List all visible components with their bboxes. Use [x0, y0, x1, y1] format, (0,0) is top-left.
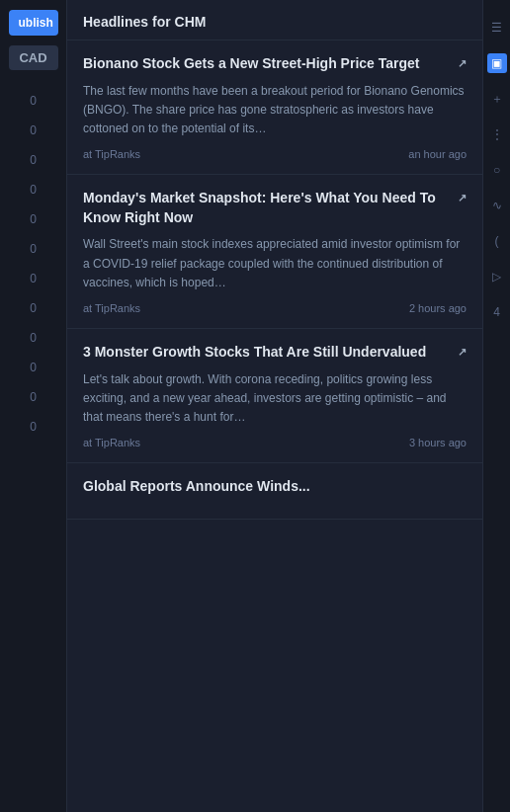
sidebar-number-1: 0	[30, 94, 37, 108]
right-icon-number[interactable]: 4	[487, 302, 507, 322]
sidebar-number-3: 0	[30, 153, 37, 167]
right-icon-paren[interactable]: (	[487, 231, 507, 251]
article-2-external-link-icon[interactable]: ↗	[458, 191, 467, 205]
article-1[interactable]: Bionano Stock Gets a New Street-High Pri…	[67, 41, 482, 175]
publish-label: ublish	[19, 16, 53, 30]
sidebar-number-8: 0	[30, 301, 37, 315]
article-3[interactable]: 3 Monster Growth Stocks That Are Still U…	[67, 329, 482, 463]
article-1-title: Bionano Stock Gets a New Street-High Pri…	[83, 54, 454, 74]
right-icon-play[interactable]: ▷	[487, 267, 507, 286]
article-1-title-container: Bionano Stock Gets a New Street-High Pri…	[83, 54, 467, 74]
sidebar-number-9: 0	[30, 331, 37, 345]
article-2-title-container: Monday's Market Snapshot: Here's What Yo…	[83, 189, 467, 227]
sidebar-number-12: 0	[30, 420, 37, 434]
right-icon-menu[interactable]: ☰	[487, 18, 507, 38]
article-3-title-container: 3 Monster Growth Stocks That Are Still U…	[83, 343, 467, 363]
left-sidebar: ublish CAD 0 0 0 0 0 0 0 0 0 0 0 0	[0, 0, 67, 812]
sidebar-number-11: 0	[30, 390, 37, 404]
article-1-summary: The last few months have been a breakout…	[83, 82, 467, 139]
right-icon-grid[interactable]: ⋮	[487, 124, 507, 144]
article-3-time: 3 hours ago	[409, 437, 467, 448]
right-icon-circle[interactable]: ○	[487, 160, 507, 180]
article-2[interactable]: Monday's Market Snapshot: Here's What Yo…	[67, 175, 482, 329]
article-4-title: Global Reports Announce Winds...	[83, 477, 467, 497]
sidebar-number-4: 0	[30, 183, 37, 197]
sidebar-number-5: 0	[30, 212, 37, 226]
article-3-title: 3 Monster Growth Stocks That Are Still U…	[83, 343, 454, 363]
section-header: Headlines for CHM	[67, 0, 482, 41]
news-feed: Headlines for CHM Bionano Stock Gets a N…	[67, 0, 482, 812]
right-icon-add[interactable]: ＋	[487, 89, 507, 109]
article-3-external-link-icon[interactable]: ↗	[458, 345, 467, 360]
sidebar-number-6: 0	[30, 242, 37, 256]
section-title: Headlines for CHM	[83, 14, 206, 30]
article-1-meta: at TipRanks an hour ago	[83, 148, 467, 160]
article-3-source: at TipRanks	[83, 437, 140, 448]
right-sidebar: ☰ ▣ ＋ ⋮ ○ ∿ ( ▷ 4	[482, 0, 510, 812]
article-1-source: at TipRanks	[83, 148, 140, 160]
article-1-external-link-icon[interactable]: ↗	[458, 56, 467, 71]
publish-button[interactable]: ublish	[9, 10, 58, 36]
sidebar-number-2: 0	[30, 123, 37, 137]
article-3-summary: Let's talk about growth. With corona rec…	[83, 370, 467, 428]
cad-badge: CAD	[9, 45, 58, 70]
article-2-source: at TipRanks	[83, 302, 140, 314]
article-2-meta: at TipRanks 2 hours ago	[83, 302, 467, 314]
cad-label: CAD	[19, 50, 46, 65]
article-4[interactable]: Global Reports Announce Winds...	[67, 463, 482, 520]
article-2-title: Monday's Market Snapshot: Here's What Yo…	[83, 189, 454, 227]
right-icon-wave[interactable]: ∿	[487, 196, 507, 215]
article-2-summary: Wall Street's main stock indexes appreci…	[83, 235, 467, 292]
article-3-meta: at TipRanks 3 hours ago	[83, 437, 467, 448]
sidebar-number-10: 0	[30, 361, 37, 374]
article-2-time: 2 hours ago	[409, 302, 467, 314]
sidebar-number-7: 0	[30, 272, 37, 285]
right-icon-panel[interactable]: ▣	[487, 53, 507, 73]
article-1-time: an hour ago	[408, 148, 467, 160]
article-4-title-container: Global Reports Announce Winds...	[83, 477, 467, 497]
